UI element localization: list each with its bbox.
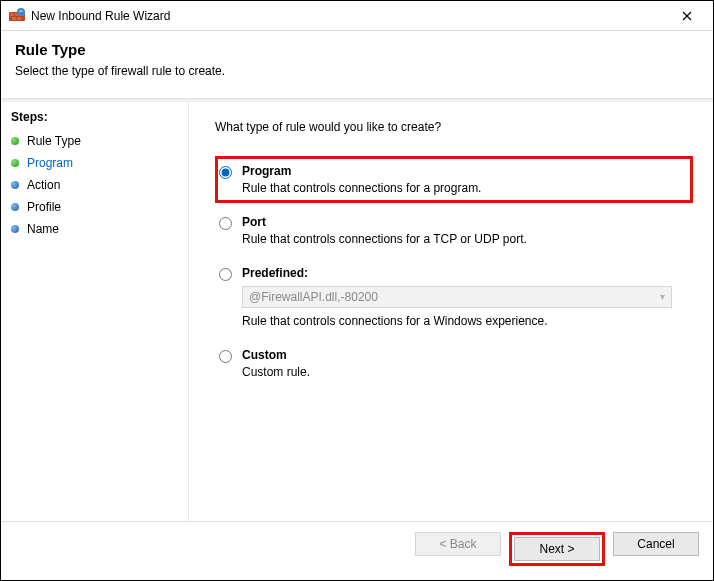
step-bullet-icon [11,225,19,233]
option-desc: Rule that controls connections for a Win… [242,314,685,328]
step-rule-type[interactable]: Rule Type [11,130,178,152]
main-panel: What type of rule would you like to crea… [189,102,713,521]
wizard-body: Steps: Rule Type Program Action Profile … [1,102,713,521]
step-name[interactable]: Name [11,218,178,240]
step-bullet-icon [11,181,19,189]
rule-type-options: Program Rule that controls connections f… [215,156,693,391]
step-bullet-icon [11,137,19,145]
chevron-down-icon: ▾ [660,291,665,302]
option-desc: Custom rule. [242,365,685,379]
steps-sidebar: Steps: Rule Type Program Action Profile … [1,102,189,521]
page-subtitle: Select the type of firewall rule to crea… [15,64,699,78]
cancel-button-wrap: Cancel [613,532,699,566]
radio-custom[interactable] [219,350,232,363]
option-body: Port Rule that controls connections for … [242,215,685,246]
firewall-app-icon [9,8,25,24]
option-custom[interactable]: Custom Custom rule. [215,340,693,387]
option-title: Port [242,215,685,229]
step-bullet-icon [11,159,19,167]
step-label: Rule Type [27,134,81,148]
svg-rect-4 [12,17,16,20]
titlebar: New Inbound Rule Wizard [1,1,713,31]
step-label: Name [27,222,59,236]
option-program[interactable]: Program Rule that controls connections f… [215,156,693,203]
option-predefined[interactable]: Predefined: @FirewallAPI.dll,-80200 ▾ Ru… [215,258,693,336]
step-label: Action [27,178,60,192]
cancel-button[interactable]: Cancel [613,532,699,556]
predefined-select-value: @FirewallAPI.dll,-80200 [249,290,378,304]
option-title: Program [242,164,685,178]
step-action[interactable]: Action [11,174,178,196]
option-desc: Rule that controls connections for a pro… [242,181,685,195]
step-program[interactable]: Program [11,152,178,174]
radio-port[interactable] [219,217,232,230]
radio-program[interactable] [219,166,232,179]
option-body: Custom Custom rule. [242,348,685,379]
svg-rect-5 [17,17,21,20]
option-body: Program Rule that controls connections f… [242,164,685,195]
step-profile[interactable]: Profile [11,196,178,218]
page-title: Rule Type [15,41,699,58]
window-title: New Inbound Rule Wizard [31,9,667,23]
step-bullet-icon [11,203,19,211]
option-port[interactable]: Port Rule that controls connections for … [215,207,693,254]
option-body: Predefined: @FirewallAPI.dll,-80200 ▾ Ru… [242,266,685,328]
option-desc: Rule that controls connections for a TCP… [242,232,685,246]
close-button[interactable] [667,2,707,30]
predefined-select[interactable]: @FirewallAPI.dll,-80200 ▾ [242,286,672,308]
radio-predefined[interactable] [219,268,232,281]
steps-heading: Steps: [11,110,178,124]
wizard-header: Rule Type Select the type of firewall ru… [1,31,713,90]
option-title: Predefined: [242,266,685,280]
back-button-wrap: < Back [415,532,501,566]
svg-rect-1 [10,13,14,16]
back-button[interactable]: < Back [415,532,501,556]
wizard-footer: < Back Next > Cancel [1,521,713,580]
step-label: Program [27,156,73,170]
next-button[interactable]: Next > [514,537,600,561]
rule-type-prompt: What type of rule would you like to crea… [215,120,693,134]
next-button-wrap: Next > [509,532,605,566]
step-label: Profile [27,200,61,214]
close-icon [682,11,692,21]
option-title: Custom [242,348,685,362]
